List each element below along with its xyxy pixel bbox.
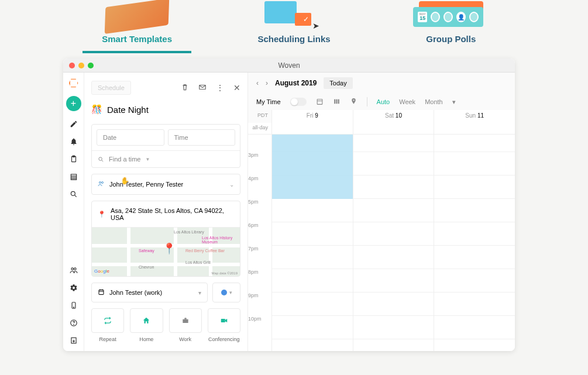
chevron-down-icon: ⌄ xyxy=(229,181,234,188)
hour-label: 9pm xyxy=(248,293,271,316)
view-dropdown-icon[interactable]: ▾ xyxy=(452,98,456,106)
templates-graphic xyxy=(105,0,170,34)
minimize-window-icon[interactable] xyxy=(78,63,84,68)
day-header[interactable]: Sat 10 xyxy=(353,110,434,123)
calendar-icon xyxy=(98,288,105,297)
logout-icon[interactable] xyxy=(69,336,78,345)
home-button[interactable] xyxy=(130,308,163,333)
next-button[interactable]: › xyxy=(266,79,268,87)
people-icon[interactable] xyxy=(69,266,78,275)
calendar-account-select[interactable]: John Tester (work) ▾ xyxy=(91,283,208,302)
event-title[interactable]: 🎊 Date Night xyxy=(91,104,240,115)
map-attribution: Map data ©2019 xyxy=(212,271,238,275)
allday-cell[interactable] xyxy=(434,123,515,134)
time-input[interactable]: Time xyxy=(168,129,236,146)
location-field[interactable]: 📍 Asa, 242 State St, Los Altos, CA 94022… xyxy=(92,201,240,227)
my-time-toggle[interactable] xyxy=(290,98,307,106)
prev-button[interactable]: ‹ xyxy=(256,79,259,87)
svg-rect-29 xyxy=(336,99,337,104)
allday-cell[interactable] xyxy=(271,123,353,134)
date-input[interactable]: Date xyxy=(97,129,164,146)
action-label: Repeat xyxy=(91,336,124,342)
date-picker-icon[interactable] xyxy=(316,98,324,106)
notifications-icon[interactable] xyxy=(69,137,78,146)
svg-point-11 xyxy=(73,307,74,308)
view-auto[interactable]: Auto xyxy=(377,98,390,105)
hour-label: 7pm xyxy=(248,246,271,269)
hour-label: 5pm xyxy=(248,199,271,222)
color-swatch-icon xyxy=(221,290,227,295)
app-logo-icon[interactable] xyxy=(69,78,78,88)
close-window-icon[interactable] xyxy=(69,63,75,68)
my-time-label: My Time xyxy=(256,98,281,105)
app-window: Woven + Schedule ⋮ ✕ xyxy=(63,59,515,351)
location-pin-icon: 📍 xyxy=(98,211,106,218)
active-tab-underline xyxy=(82,51,191,53)
calendar-event-block[interactable] xyxy=(272,135,353,199)
action-label: Conferencing xyxy=(208,336,240,342)
event-color-select[interactable]: ▾ xyxy=(212,283,240,302)
map-pin-icon: 📍 xyxy=(163,242,176,255)
delete-icon[interactable] xyxy=(181,83,189,93)
close-icon[interactable]: ✕ xyxy=(233,83,240,93)
allday-label: all-day xyxy=(248,123,271,134)
window-title: Woven xyxy=(278,61,300,70)
location-filter-icon[interactable] xyxy=(350,98,357,106)
view-week[interactable]: Week xyxy=(399,98,415,105)
attendees-field[interactable]: John Tester, Penny Tester ⌄ ✋ xyxy=(91,174,240,195)
email-icon[interactable] xyxy=(198,83,207,93)
action-label: Work xyxy=(169,336,202,342)
month-label: August 2019 xyxy=(275,79,317,87)
today-button[interactable]: Today xyxy=(324,77,352,89)
maximize-window-icon[interactable] xyxy=(88,63,94,68)
action-label: Home xyxy=(130,336,163,342)
svg-rect-24 xyxy=(183,319,188,323)
calendar-panel: ‹ › August 2019 Today My Time Auto Week … xyxy=(248,73,515,351)
svg-line-17 xyxy=(102,160,104,161)
tab-scheduling-links[interactable]: ✓➤ Scheduling Links xyxy=(229,0,358,53)
calendar-account-text: John Tester (work) xyxy=(109,289,162,296)
add-button[interactable]: + xyxy=(66,96,81,111)
allday-cell[interactable] xyxy=(353,123,434,134)
svg-line-7 xyxy=(74,195,76,197)
svg-rect-25 xyxy=(221,319,225,322)
clipboard-icon[interactable] xyxy=(69,154,78,164)
more-icon[interactable]: ⋮ xyxy=(216,83,224,93)
day-column[interactable] xyxy=(434,135,515,351)
hour-label: 10pm xyxy=(248,316,271,339)
columns-icon[interactable] xyxy=(333,98,341,106)
svg-point-6 xyxy=(71,191,75,195)
tab-label: Scheduling Links xyxy=(229,34,358,44)
location-card: 📍 Asa, 242 State St, Los Altos, CA 94022… xyxy=(91,201,240,277)
search-icon[interactable] xyxy=(69,190,78,199)
day-column[interactable] xyxy=(271,135,353,351)
day-column[interactable] xyxy=(353,135,434,351)
tab-group-polls[interactable]: MAY15 👤 Group Polls xyxy=(387,0,515,53)
map-preview[interactable]: Los Altos Library Los Altos History Muse… xyxy=(92,227,240,276)
conferencing-button[interactable] xyxy=(208,308,240,333)
tab-smart-templates[interactable]: Smart Templates xyxy=(73,0,201,53)
day-header[interactable]: Sun 11 xyxy=(434,110,515,123)
help-icon[interactable] xyxy=(69,318,78,328)
event-emoji-icon: 🎊 xyxy=(91,104,102,115)
mobile-icon[interactable] xyxy=(69,301,78,310)
timezone-label: PDT xyxy=(248,110,271,123)
event-detail-panel: Schedule ⋮ ✕ 🎊 Date Night Date Time xyxy=(84,73,248,351)
find-time-button[interactable]: Find a time ▼ xyxy=(92,150,240,167)
edit-icon[interactable] xyxy=(69,119,78,129)
settings-icon[interactable] xyxy=(69,283,78,293)
day-header[interactable]: Fri 9 xyxy=(271,110,353,123)
google-logo: Google xyxy=(94,269,109,274)
find-time-label: Find a time xyxy=(109,156,140,163)
event-title-text: Date Night xyxy=(107,105,149,115)
attendees-text: John Tester, Penny Tester xyxy=(109,181,183,188)
work-button[interactable] xyxy=(169,308,202,333)
hour-label: 4pm xyxy=(248,176,271,199)
repeat-button[interactable] xyxy=(91,308,124,333)
calendar-list-icon[interactable] xyxy=(69,172,78,181)
svg-point-19 xyxy=(102,182,104,184)
location-text: Asa, 242 State St, Los Altos, CA 94022, … xyxy=(111,207,234,221)
view-month[interactable]: Month xyxy=(425,98,443,105)
schedule-button[interactable]: Schedule xyxy=(91,81,131,95)
chevron-down-icon: ▾ xyxy=(229,290,232,295)
